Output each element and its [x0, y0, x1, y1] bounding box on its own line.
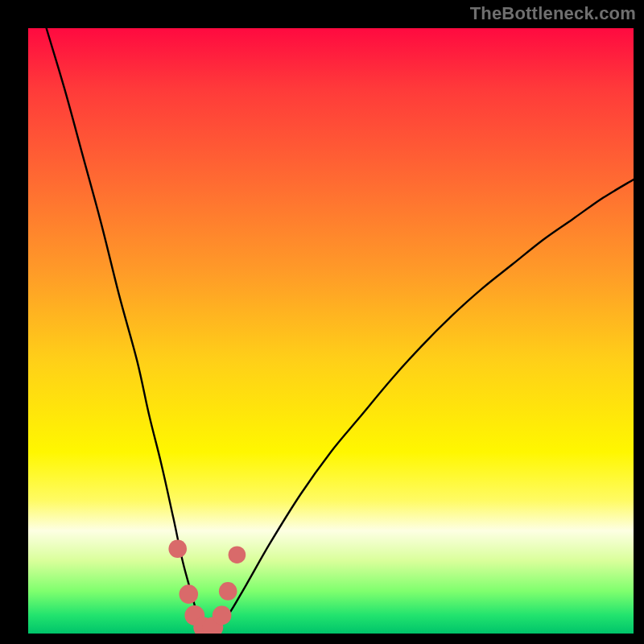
curve-marker — [213, 606, 232, 625]
chart-frame: TheBottleneck.com — [0, 0, 644, 644]
curve-svg — [28, 28, 634, 634]
watermark-label: TheBottleneck.com — [470, 3, 636, 24]
curve-marker — [229, 546, 246, 564]
curve-marker — [219, 582, 237, 601]
curve-marker — [168, 539, 187, 558]
curve-markers — [168, 539, 246, 634]
curve-marker — [180, 584, 199, 604]
plot-area — [28, 28, 634, 634]
bottleneck-curve — [28, 28, 634, 632]
